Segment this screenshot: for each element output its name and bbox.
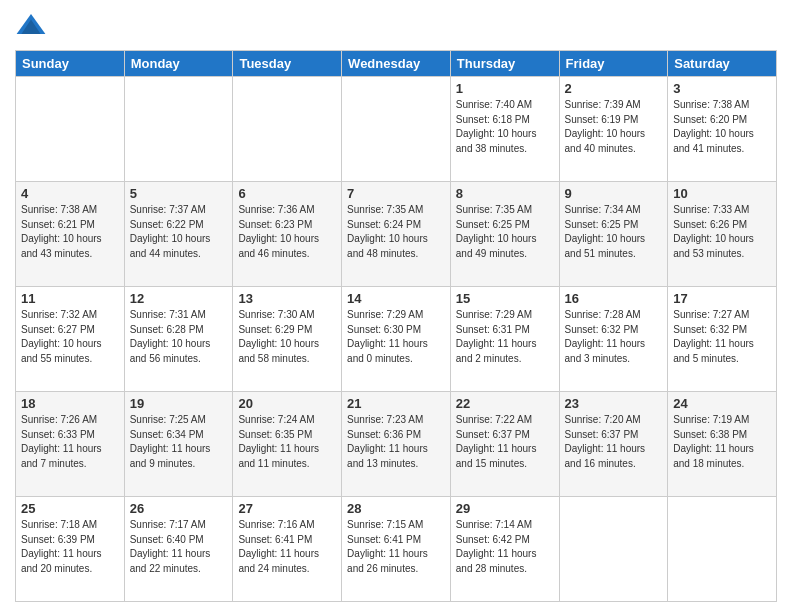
weekday-header-wednesday: Wednesday	[342, 51, 451, 77]
day-info: Sunrise: 7:33 AM Sunset: 6:26 PM Dayligh…	[673, 203, 771, 261]
week-row-2: 11Sunrise: 7:32 AM Sunset: 6:27 PM Dayli…	[16, 287, 777, 392]
day-number: 4	[21, 186, 119, 201]
calendar-cell	[124, 77, 233, 182]
day-number: 7	[347, 186, 445, 201]
calendar-cell: 19Sunrise: 7:25 AM Sunset: 6:34 PM Dayli…	[124, 392, 233, 497]
calendar-cell	[668, 497, 777, 602]
day-info: Sunrise: 7:16 AM Sunset: 6:41 PM Dayligh…	[238, 518, 336, 576]
day-number: 2	[565, 81, 663, 96]
day-info: Sunrise: 7:26 AM Sunset: 6:33 PM Dayligh…	[21, 413, 119, 471]
weekday-header-monday: Monday	[124, 51, 233, 77]
day-info: Sunrise: 7:18 AM Sunset: 6:39 PM Dayligh…	[21, 518, 119, 576]
calendar-cell: 22Sunrise: 7:22 AM Sunset: 6:37 PM Dayli…	[450, 392, 559, 497]
day-info: Sunrise: 7:31 AM Sunset: 6:28 PM Dayligh…	[130, 308, 228, 366]
day-info: Sunrise: 7:19 AM Sunset: 6:38 PM Dayligh…	[673, 413, 771, 471]
calendar-cell: 6Sunrise: 7:36 AM Sunset: 6:23 PM Daylig…	[233, 182, 342, 287]
calendar-cell: 12Sunrise: 7:31 AM Sunset: 6:28 PM Dayli…	[124, 287, 233, 392]
day-number: 10	[673, 186, 771, 201]
day-info: Sunrise: 7:34 AM Sunset: 6:25 PM Dayligh…	[565, 203, 663, 261]
day-number: 13	[238, 291, 336, 306]
calendar-cell: 25Sunrise: 7:18 AM Sunset: 6:39 PM Dayli…	[16, 497, 125, 602]
day-info: Sunrise: 7:40 AM Sunset: 6:18 PM Dayligh…	[456, 98, 554, 156]
weekday-header-sunday: Sunday	[16, 51, 125, 77]
day-info: Sunrise: 7:38 AM Sunset: 6:21 PM Dayligh…	[21, 203, 119, 261]
day-number: 3	[673, 81, 771, 96]
day-number: 27	[238, 501, 336, 516]
weekday-header-thursday: Thursday	[450, 51, 559, 77]
calendar-cell: 27Sunrise: 7:16 AM Sunset: 6:41 PM Dayli…	[233, 497, 342, 602]
day-number: 12	[130, 291, 228, 306]
day-info: Sunrise: 7:35 AM Sunset: 6:24 PM Dayligh…	[347, 203, 445, 261]
day-number: 19	[130, 396, 228, 411]
calendar-cell: 7Sunrise: 7:35 AM Sunset: 6:24 PM Daylig…	[342, 182, 451, 287]
calendar-cell: 3Sunrise: 7:38 AM Sunset: 6:20 PM Daylig…	[668, 77, 777, 182]
day-info: Sunrise: 7:39 AM Sunset: 6:19 PM Dayligh…	[565, 98, 663, 156]
day-number: 22	[456, 396, 554, 411]
day-number: 23	[565, 396, 663, 411]
day-number: 8	[456, 186, 554, 201]
day-info: Sunrise: 7:35 AM Sunset: 6:25 PM Dayligh…	[456, 203, 554, 261]
calendar-cell: 28Sunrise: 7:15 AM Sunset: 6:41 PM Dayli…	[342, 497, 451, 602]
week-row-4: 25Sunrise: 7:18 AM Sunset: 6:39 PM Dayli…	[16, 497, 777, 602]
calendar-cell: 10Sunrise: 7:33 AM Sunset: 6:26 PM Dayli…	[668, 182, 777, 287]
calendar-cell: 29Sunrise: 7:14 AM Sunset: 6:42 PM Dayli…	[450, 497, 559, 602]
day-info: Sunrise: 7:30 AM Sunset: 6:29 PM Dayligh…	[238, 308, 336, 366]
calendar-cell: 8Sunrise: 7:35 AM Sunset: 6:25 PM Daylig…	[450, 182, 559, 287]
day-number: 28	[347, 501, 445, 516]
day-number: 14	[347, 291, 445, 306]
calendar-cell	[16, 77, 125, 182]
calendar-cell: 23Sunrise: 7:20 AM Sunset: 6:37 PM Dayli…	[559, 392, 668, 497]
calendar-cell: 1Sunrise: 7:40 AM Sunset: 6:18 PM Daylig…	[450, 77, 559, 182]
day-number: 26	[130, 501, 228, 516]
weekday-header-tuesday: Tuesday	[233, 51, 342, 77]
day-info: Sunrise: 7:29 AM Sunset: 6:31 PM Dayligh…	[456, 308, 554, 366]
day-number: 17	[673, 291, 771, 306]
calendar-cell: 14Sunrise: 7:29 AM Sunset: 6:30 PM Dayli…	[342, 287, 451, 392]
day-number: 5	[130, 186, 228, 201]
calendar-cell: 9Sunrise: 7:34 AM Sunset: 6:25 PM Daylig…	[559, 182, 668, 287]
day-info: Sunrise: 7:23 AM Sunset: 6:36 PM Dayligh…	[347, 413, 445, 471]
day-number: 15	[456, 291, 554, 306]
calendar-cell: 4Sunrise: 7:38 AM Sunset: 6:21 PM Daylig…	[16, 182, 125, 287]
weekday-header-friday: Friday	[559, 51, 668, 77]
calendar-cell: 16Sunrise: 7:28 AM Sunset: 6:32 PM Dayli…	[559, 287, 668, 392]
day-info: Sunrise: 7:29 AM Sunset: 6:30 PM Dayligh…	[347, 308, 445, 366]
day-info: Sunrise: 7:14 AM Sunset: 6:42 PM Dayligh…	[456, 518, 554, 576]
day-info: Sunrise: 7:22 AM Sunset: 6:37 PM Dayligh…	[456, 413, 554, 471]
weekday-header-saturday: Saturday	[668, 51, 777, 77]
week-row-1: 4Sunrise: 7:38 AM Sunset: 6:21 PM Daylig…	[16, 182, 777, 287]
calendar-cell: 21Sunrise: 7:23 AM Sunset: 6:36 PM Dayli…	[342, 392, 451, 497]
calendar-cell: 18Sunrise: 7:26 AM Sunset: 6:33 PM Dayli…	[16, 392, 125, 497]
calendar-cell: 26Sunrise: 7:17 AM Sunset: 6:40 PM Dayli…	[124, 497, 233, 602]
day-number: 20	[238, 396, 336, 411]
day-info: Sunrise: 7:17 AM Sunset: 6:40 PM Dayligh…	[130, 518, 228, 576]
day-info: Sunrise: 7:38 AM Sunset: 6:20 PM Dayligh…	[673, 98, 771, 156]
day-number: 1	[456, 81, 554, 96]
day-info: Sunrise: 7:15 AM Sunset: 6:41 PM Dayligh…	[347, 518, 445, 576]
day-number: 11	[21, 291, 119, 306]
day-number: 18	[21, 396, 119, 411]
day-info: Sunrise: 7:37 AM Sunset: 6:22 PM Dayligh…	[130, 203, 228, 261]
calendar-cell	[342, 77, 451, 182]
day-number: 9	[565, 186, 663, 201]
calendar-cell: 20Sunrise: 7:24 AM Sunset: 6:35 PM Dayli…	[233, 392, 342, 497]
calendar-cell: 5Sunrise: 7:37 AM Sunset: 6:22 PM Daylig…	[124, 182, 233, 287]
day-info: Sunrise: 7:28 AM Sunset: 6:32 PM Dayligh…	[565, 308, 663, 366]
day-number: 16	[565, 291, 663, 306]
logo	[15, 10, 51, 42]
logo-icon	[15, 10, 47, 42]
calendar: SundayMondayTuesdayWednesdayThursdayFrid…	[15, 50, 777, 602]
day-number: 21	[347, 396, 445, 411]
calendar-cell: 15Sunrise: 7:29 AM Sunset: 6:31 PM Dayli…	[450, 287, 559, 392]
calendar-cell: 11Sunrise: 7:32 AM Sunset: 6:27 PM Dayli…	[16, 287, 125, 392]
calendar-cell	[233, 77, 342, 182]
day-info: Sunrise: 7:24 AM Sunset: 6:35 PM Dayligh…	[238, 413, 336, 471]
calendar-cell	[559, 497, 668, 602]
day-info: Sunrise: 7:25 AM Sunset: 6:34 PM Dayligh…	[130, 413, 228, 471]
day-number: 29	[456, 501, 554, 516]
weekday-header-row: SundayMondayTuesdayWednesdayThursdayFrid…	[16, 51, 777, 77]
page: SundayMondayTuesdayWednesdayThursdayFrid…	[0, 0, 792, 612]
day-number: 25	[21, 501, 119, 516]
day-number: 6	[238, 186, 336, 201]
calendar-cell: 2Sunrise: 7:39 AM Sunset: 6:19 PM Daylig…	[559, 77, 668, 182]
